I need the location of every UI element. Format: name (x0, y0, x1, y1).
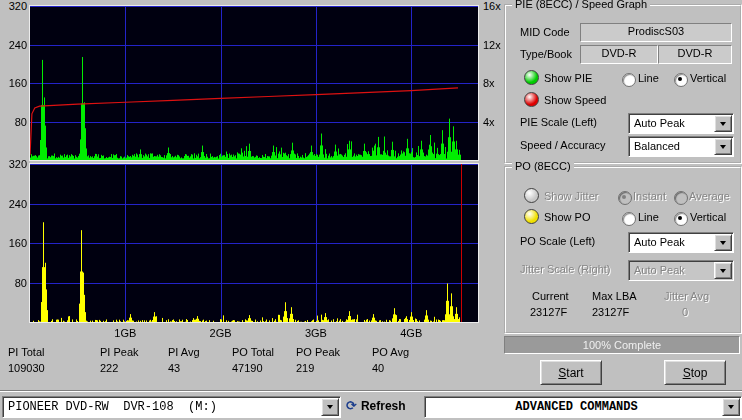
po-scale-dropdown-arrow-icon[interactable] (714, 234, 732, 251)
po-chart (30, 164, 478, 322)
po-y-axis-tick-label: 80 (2, 277, 27, 289)
stat-label: PO Total (232, 346, 274, 362)
stat-po-peak: PO Peak 219 (296, 346, 340, 374)
progress-bar: 100% Complete (504, 336, 740, 354)
show-po-led-toggle[interactable] (524, 209, 539, 224)
stat-value: 43 (168, 362, 200, 374)
pie-scale-combo[interactable]: Auto Peak (628, 113, 734, 134)
refresh-label: Refresh (361, 399, 406, 413)
refresh-button[interactable]: ⟳ Refresh (346, 397, 406, 415)
jitter-avg-label: Jitter Avg (664, 290, 709, 302)
x-axis-tick-label: 4GB (397, 327, 425, 339)
x-axis-tick-label: 2GB (207, 327, 235, 339)
chevron-down-icon (720, 269, 726, 273)
jitter-average-radio (674, 191, 688, 205)
stat-label: PO Avg (372, 346, 409, 362)
refresh-icon: ⟳ (346, 399, 357, 413)
po-line-radio[interactable] (622, 212, 636, 226)
po-group-title: PO (8ECC) (512, 160, 574, 172)
po-y-axis-tick-label: 240 (2, 198, 27, 210)
stat-label: PI Avg (168, 346, 200, 362)
scan-statistics: PI Total 109030 PI Peak 222 PI Avg 43 PO… (0, 346, 500, 386)
speed-accuracy-combo[interactable]: Balanced (628, 136, 734, 157)
chevron-down-icon (327, 405, 333, 409)
jitter-instant-label: Instant (633, 190, 666, 202)
pie-scale-value: Auto Peak (634, 116, 715, 132)
pie-speed-chart (30, 6, 478, 160)
po-line-label: Line (638, 211, 659, 223)
pie-scale-label: PIE Scale (Left) (520, 116, 597, 128)
pie-line-radio[interactable] (622, 73, 636, 87)
jitter-scale-combo: Auto Peak (628, 260, 734, 281)
pie-y-axis-tick-label: 160 (2, 77, 27, 89)
x-axis-tick-label: 3GB (302, 327, 330, 339)
po-y-axis-tick-label: 160 (2, 237, 27, 249)
stop-button[interactable]: Stop (664, 360, 726, 385)
pie-group-title: PIE (8ECC) / Speed Graph (512, 0, 650, 10)
speed-accuracy-value: Balanced (634, 139, 715, 155)
chevron-down-icon (720, 145, 726, 149)
advanced-commands-select[interactable]: ADVANCED COMMANDS (424, 396, 742, 418)
stat-value: 219 (296, 362, 340, 374)
show-jitter-label: Show Jitter (544, 190, 598, 202)
pie-y-axis-tick-label: 240 (2, 39, 27, 51)
pie-speed-group: PIE (8ECC) / Speed Graph MID Code Prodis… (504, 4, 742, 164)
mid-code-label: MID Code (520, 26, 570, 38)
show-speed-led-toggle[interactable] (524, 92, 539, 107)
pie-y-axis-tick-label: 80 (2, 116, 27, 128)
current-value: 23127F (530, 306, 567, 318)
max-lba-label: Max LBA (592, 290, 637, 302)
advanced-commands-value: ADVANCED COMMANDS (430, 399, 723, 416)
start-button[interactable]: Start (540, 360, 602, 385)
po-vertical-label: Vertical (690, 211, 726, 223)
jitter-scale-value: Auto Peak (634, 263, 715, 279)
current-label: Current (532, 290, 569, 302)
drive-select[interactable]: PIONEER DVD-RW DVR-108 (M:) (2, 396, 341, 418)
show-jitter-led-toggle (524, 188, 539, 203)
app-window: 3202401608016x12x8x4x320240160801GB2GB3G… (0, 0, 742, 420)
advanced-dropdown-arrow-icon[interactable] (722, 398, 740, 416)
max-lba-value: 23127F (592, 306, 629, 318)
show-po-label: Show PO (544, 211, 590, 223)
separator (0, 390, 742, 392)
po-group: PO (8ECC) Show Jitter Instant Average Sh… (504, 166, 742, 334)
show-pie-label: Show PIE (544, 72, 592, 84)
pie-scale-dropdown-arrow-icon[interactable] (714, 115, 732, 132)
progress-text: 100% Complete (583, 339, 661, 351)
po-y-axis-tick-label: 320 (2, 158, 27, 170)
type-book-value-1: DVD-R (580, 45, 658, 64)
pie-line-label: Line (638, 72, 659, 84)
x-axis-tick-label: 1GB (111, 327, 139, 339)
show-pie-led-toggle[interactable] (524, 70, 539, 85)
po-scale-combo[interactable]: Auto Peak (628, 232, 734, 253)
mid-code-value: ProdiscS03 (580, 23, 732, 42)
pie-y-axis-tick-label: 320 (2, 0, 27, 12)
stat-pi-avg: PI Avg 43 (168, 346, 200, 374)
show-speed-label: Show Speed (544, 94, 606, 106)
pie-vertical-radio[interactable] (674, 73, 688, 87)
stat-po-avg: PO Avg 40 (372, 346, 409, 374)
speed-accuracy-label: Speed / Accuracy (520, 139, 606, 151)
stat-po-total: PO Total 47190 (232, 346, 274, 374)
chevron-down-icon (720, 241, 726, 245)
stat-value: 47190 (232, 362, 274, 374)
stat-value: 109030 (8, 362, 45, 374)
stat-label: PO Peak (296, 346, 340, 362)
chevron-down-icon (720, 122, 726, 126)
po-scale-label: PO Scale (Left) (520, 235, 595, 247)
jitter-average-label: Average (689, 190, 730, 202)
pie-vertical-label: Vertical (690, 72, 726, 84)
drive-dropdown-arrow-icon[interactable] (321, 398, 339, 416)
stat-label: PI Peak (100, 346, 139, 362)
stat-pi-peak: PI Peak 222 (100, 346, 139, 374)
stat-value: 222 (100, 362, 139, 374)
jitter-avg-value: 0 (682, 306, 688, 318)
chevron-down-icon (728, 405, 734, 409)
type-book-label: Type/Book (520, 48, 572, 60)
po-vertical-radio[interactable] (674, 212, 688, 226)
stat-pi-total: PI Total 109030 (8, 346, 45, 374)
stat-value: 40 (372, 362, 409, 374)
jitter-instant-radio (618, 191, 632, 205)
stat-label: PI Total (8, 346, 45, 362)
speed-accuracy-dropdown-arrow-icon[interactable] (714, 138, 732, 155)
